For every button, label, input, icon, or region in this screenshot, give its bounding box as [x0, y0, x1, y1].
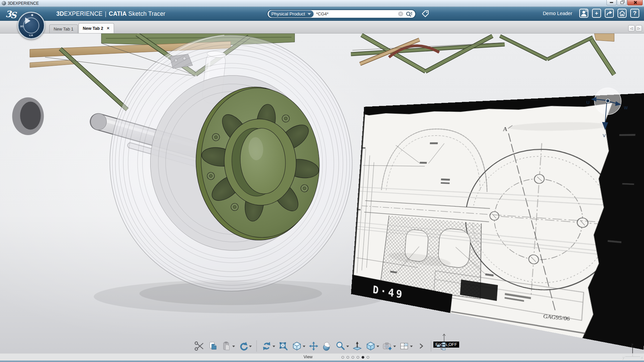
add-content-button[interactable]: +	[592, 9, 601, 18]
tab-scroll-right-button[interactable]: ▷	[636, 25, 642, 32]
compass-play-icon	[25, 17, 34, 24]
application-window: 3DEXPERIENCE 3 S 3D V.R 3DEXPERIENCE|CAT…	[0, 0, 644, 362]
compass-top-dot	[31, 14, 33, 16]
tag-icon[interactable]	[421, 10, 430, 18]
search-input[interactable]	[314, 11, 398, 16]
toolbar-footer: View	[0, 353, 644, 361]
dropdown-caret-icon[interactable]	[447, 346, 450, 349]
brand-divider: |	[105, 10, 107, 17]
pan-icon	[309, 341, 319, 351]
z-axis-label: Z	[631, 343, 633, 348]
iso-view-icon	[292, 341, 302, 351]
cut-button[interactable]	[194, 341, 206, 352]
dropdown-caret-icon[interactable]	[393, 346, 396, 349]
brand-3d: 3D	[56, 10, 64, 17]
capture-button[interactable]	[382, 341, 397, 352]
app-name: Sketch Tracer	[128, 10, 166, 17]
user-avatar-button[interactable]	[579, 9, 588, 18]
cut-icon	[195, 341, 205, 351]
plane-robot-compass[interactable]: U V W	[584, 82, 634, 139]
user-icon	[580, 10, 587, 17]
multi-view-button[interactable]	[398, 341, 414, 352]
cube-view-icon	[366, 341, 376, 351]
brand-experience: EXPERIENCE	[64, 10, 103, 17]
toolbar-page-dot[interactable]	[357, 356, 359, 359]
undo-icon	[238, 341, 249, 351]
dropdown-caret-icon[interactable]	[232, 346, 235, 349]
window-title: 3DEXPERIENCE	[8, 1, 39, 6]
close-tab-icon[interactable]: ✕	[107, 26, 110, 31]
restore-icon	[621, 1, 624, 4]
v-axis-arrow-icon[interactable]	[602, 122, 608, 130]
dropdown-caret-icon[interactable]	[273, 346, 275, 349]
share-arrow-icon	[606, 10, 612, 16]
3ds-logo: 3 S	[5, 8, 19, 19]
home-button[interactable]	[618, 9, 627, 18]
toolbar-page-dot[interactable]	[362, 356, 364, 359]
u-axis-arrow-icon[interactable]	[591, 97, 596, 102]
close-button[interactable]	[627, 0, 643, 5]
search-icon[interactable]	[406, 11, 413, 17]
chevron-down-icon	[308, 13, 311, 17]
tab-label: New Tab 1	[54, 27, 73, 32]
toolbar-separator	[431, 340, 431, 352]
window-app-icon	[2, 1, 6, 5]
plus-icon: +	[595, 10, 598, 17]
user-name[interactable]: Demo Leader	[543, 11, 572, 16]
toolbar-page-dot[interactable]	[367, 356, 369, 359]
help-button[interactable]: ?	[630, 9, 639, 18]
normal-to-button[interactable]	[352, 341, 363, 352]
rotate-button[interactable]	[321, 341, 333, 352]
close-icon	[633, 1, 637, 4]
paste-button[interactable]	[221, 341, 236, 352]
compass-center-handle[interactable]	[606, 99, 610, 103]
minimize-button[interactable]	[606, 0, 616, 5]
share-button[interactable]	[605, 9, 614, 18]
copy-button[interactable]	[207, 341, 219, 352]
toolbar-separator	[257, 340, 257, 352]
tab-new-tab-1[interactable]: New Tab 1	[49, 24, 78, 33]
u-axis-label: U	[586, 100, 589, 105]
rotate-icon	[322, 341, 332, 351]
toolbar-page-dot[interactable]	[352, 356, 354, 359]
iso-view-button[interactable]	[291, 341, 306, 352]
dropdown-caret-icon[interactable]	[346, 346, 349, 349]
home-icon	[619, 10, 626, 16]
clear-search-icon[interactable]: ✕	[398, 11, 403, 16]
update-icon	[262, 341, 272, 351]
toolbar-group-label: View	[304, 355, 313, 359]
undo-button[interactable]	[237, 341, 253, 352]
3d-viewport[interactable]: A	[0, 34, 644, 362]
cube-view-button[interactable]	[365, 341, 380, 352]
dropdown-caret-icon[interactable]	[377, 346, 379, 349]
toolbar-page-dot[interactable]	[341, 356, 344, 359]
zoom-button[interactable]	[335, 341, 350, 352]
paste-icon	[221, 341, 232, 351]
zoom-fit-button[interactable]	[278, 341, 289, 352]
tab-bar: New Tab 1 New Tab 2 ✕ ◁ ▷	[0, 21, 644, 34]
app-header: 3 S 3D V.R 3DEXPERIENCE|CATIA Sketch Tra…	[0, 7, 644, 21]
restore-button[interactable]	[617, 0, 627, 5]
tree-structure-icon	[436, 341, 446, 351]
window-titlebar[interactable]: 3DEXPERIENCE	[0, 0, 644, 7]
search-scope-label: Physical Product	[271, 11, 305, 16]
search-bar[interactable]: Physical Product ✕	[267, 9, 416, 18]
dropdown-caret-icon[interactable]	[303, 346, 306, 349]
minimize-icon	[610, 2, 613, 3]
pan-button[interactable]	[308, 341, 320, 352]
3dcompass-button[interactable]: 3D V.R	[17, 12, 45, 39]
help-icon: ?	[633, 10, 636, 17]
update-button[interactable]	[261, 341, 276, 352]
tab-new-tab-2[interactable]: New Tab 2 ✕	[78, 23, 114, 33]
capture-icon	[382, 341, 393, 351]
more-button[interactable]	[415, 341, 427, 352]
svg-text:S: S	[10, 10, 17, 19]
search-scope-dropdown[interactable]: Physical Product	[269, 10, 314, 17]
dropdown-caret-icon[interactable]	[249, 346, 252, 349]
action-toolbar	[194, 340, 450, 352]
toolbar-page-dots	[341, 356, 369, 359]
dropdown-caret-icon[interactable]	[410, 346, 413, 349]
tree-button[interactable]	[435, 341, 450, 352]
tab-scroll-left-button[interactable]: ◁	[628, 25, 635, 32]
toolbar-page-dot[interactable]	[346, 356, 349, 359]
